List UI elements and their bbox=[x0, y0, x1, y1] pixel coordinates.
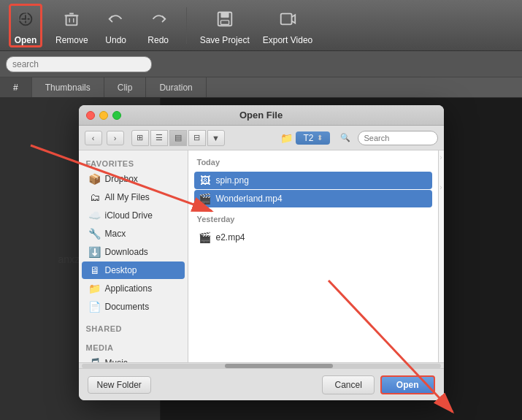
list-view-button[interactable]: ☰ bbox=[150, 130, 168, 146]
spin-png-name: spin.png bbox=[216, 175, 249, 186]
dialog-scrollbar[interactable] bbox=[79, 362, 444, 368]
favorites-label: Favorites bbox=[79, 156, 188, 169]
svg-rect-10 bbox=[220, 12, 229, 17]
svg-rect-11 bbox=[220, 20, 229, 24]
cover-view-button[interactable]: ⊟ bbox=[188, 130, 206, 146]
sidebar-item-music[interactable]: 🎵 Music bbox=[82, 354, 185, 362]
sidebar-item-desktop-label: Desktop bbox=[105, 265, 137, 275]
sidebar-item-icloud[interactable]: ☁️ iCloud Drive bbox=[82, 207, 185, 224]
desktop-icon: 🖥 bbox=[89, 264, 101, 276]
shared-label: Shared bbox=[79, 321, 188, 335]
media-label: Media bbox=[79, 340, 188, 354]
undo-button[interactable]: Undo bbox=[101, 6, 131, 45]
sidebar-item-documents-label: Documents bbox=[105, 302, 150, 312]
folder-icon: 📁 bbox=[280, 132, 293, 144]
folder-selector: 📁 T2 ⬍ bbox=[280, 131, 329, 145]
wonderland-mp4-name: Wonderland.mp4 bbox=[216, 194, 283, 204]
open-icon bbox=[16, 9, 35, 28]
sidebar-item-desktop[interactable]: 🖥 Desktop bbox=[82, 261, 185, 279]
footer-right: Cancel Open bbox=[322, 375, 434, 394]
sidebar-item-macx[interactable]: 🔧 Macx bbox=[82, 225, 185, 243]
close-button[interactable] bbox=[86, 111, 95, 120]
view-buttons: ⊞ ☰ ▤ ⊟ ▼ bbox=[131, 130, 225, 146]
more-view-button[interactable]: ▼ bbox=[207, 130, 225, 146]
redo-button[interactable]: Redo bbox=[144, 6, 173, 45]
documents-icon: 📄 bbox=[89, 301, 101, 313]
sidebar-item-dropbox-label: Dropbox bbox=[105, 174, 138, 184]
e2-mp4-icon: 🎬 bbox=[199, 231, 212, 244]
sidebar-item-documents[interactable]: 📄 Documents bbox=[82, 298, 185, 316]
dialog-footer: New Folder Cancel Open bbox=[79, 368, 444, 400]
export-video-button[interactable]: Export Video bbox=[263, 6, 313, 45]
scrollbar-thumb bbox=[225, 364, 333, 368]
tab-duration-label: Duration bbox=[159, 83, 192, 93]
tab-clip[interactable]: Clip bbox=[104, 77, 147, 97]
dialog-open-button[interactable]: Open bbox=[380, 375, 435, 394]
cancel-button[interactable]: Cancel bbox=[322, 375, 374, 394]
column-view-button[interactable]: ▤ bbox=[169, 130, 187, 146]
tab-thumbnails[interactable]: Thumbnails bbox=[32, 77, 104, 97]
sidebar-item-all-my-files[interactable]: 🗂 All My Files bbox=[82, 188, 185, 206]
toolbar-divider bbox=[186, 7, 187, 44]
maximize-button[interactable] bbox=[112, 111, 121, 120]
expand-icon-2: › bbox=[440, 183, 442, 191]
redo-icon bbox=[149, 9, 168, 28]
remove-label: Remove bbox=[55, 35, 88, 45]
search-area bbox=[0, 51, 522, 77]
search-input[interactable] bbox=[6, 56, 152, 72]
yesterday-section: Yesterday 🎬 e2.mp4 bbox=[194, 213, 432, 246]
sidebar-item-downloads-label: Downloads bbox=[105, 247, 148, 257]
macx-icon: 🔧 bbox=[89, 228, 101, 240]
today-section-label: Today bbox=[194, 156, 432, 171]
file-item-e2-mp4[interactable]: 🎬 e2.mp4 bbox=[194, 229, 432, 246]
redo-label: Redo bbox=[147, 35, 169, 45]
wonderland-mp4-icon: 🎬 bbox=[199, 192, 212, 205]
traffic-lights bbox=[86, 111, 121, 120]
undo-label: Undo bbox=[105, 35, 126, 45]
sidebar-item-applications[interactable]: 📁 Applications bbox=[82, 280, 185, 297]
yesterday-label: Yesterday bbox=[194, 213, 432, 228]
dialog-body: Favorites 📦 Dropbox 🗂 All My Files ☁️ iC… bbox=[79, 150, 444, 362]
sidebar-item-dropbox[interactable]: 📦 Dropbox bbox=[82, 170, 185, 188]
folder-name: T2 bbox=[303, 133, 313, 143]
folder-arrow-icon: ⬍ bbox=[317, 134, 323, 142]
sidebar-item-macx-label: Macx bbox=[105, 229, 126, 239]
tab-number[interactable]: # bbox=[0, 77, 32, 97]
tab-duration[interactable]: Duration bbox=[146, 77, 206, 97]
dialog-toolbar: ‹ › ⊞ ☰ ▤ ⊟ ▼ 📁 T2 ⬍ 🔍 bbox=[79, 126, 444, 150]
applications-icon: 📁 bbox=[89, 283, 101, 294]
forward-button[interactable]: › bbox=[107, 131, 124, 145]
save-project-button[interactable]: Save Project bbox=[200, 6, 250, 45]
minimize-button[interactable] bbox=[99, 111, 108, 120]
save-project-icon bbox=[215, 9, 234, 28]
sidebar-item-downloads[interactable]: ⬇️ Downloads bbox=[82, 243, 185, 261]
tab-thumbnails-label: Thumbnails bbox=[45, 83, 91, 93]
dialog-search-input[interactable] bbox=[358, 131, 438, 145]
icloud-icon: ☁️ bbox=[89, 210, 101, 221]
main-content: anxz.com Open File ‹ › ⊞ ☰ bbox=[0, 98, 522, 420]
svg-rect-12 bbox=[281, 13, 292, 24]
remove-icon bbox=[62, 9, 81, 28]
file-item-wonderland-mp4[interactable]: 🎬 Wonderland.mp4 bbox=[194, 190, 432, 207]
sidebar-item-icloud-label: iCloud Drive bbox=[105, 210, 153, 221]
dialog-overlay: Open File ‹ › ⊞ ☰ ▤ ⊟ ▼ 📁 T2 ⬍ bbox=[0, 98, 522, 420]
expand-icon-1: › bbox=[440, 153, 442, 161]
music-icon: 🎵 bbox=[89, 357, 101, 362]
open-file-dialog: Open File ‹ › ⊞ ☰ ▤ ⊟ ▼ 📁 T2 ⬍ bbox=[79, 105, 444, 400]
scrollbar-track bbox=[82, 364, 441, 368]
tab-clip-label: Clip bbox=[118, 83, 133, 93]
new-folder-button[interactable]: New Folder bbox=[88, 376, 151, 394]
save-project-label: Save Project bbox=[200, 35, 250, 45]
open-button[interactable]: Open bbox=[9, 4, 42, 47]
file-item-spin-png[interactable]: 🖼 spin.png bbox=[194, 172, 432, 189]
dropbox-icon: 📦 bbox=[89, 173, 101, 185]
dialog-title: Open File bbox=[239, 110, 283, 121]
sidebar-item-all-my-files-label: All My Files bbox=[105, 192, 150, 202]
export-video-icon bbox=[278, 9, 297, 28]
back-button[interactable]: ‹ bbox=[85, 131, 102, 145]
remove-button[interactable]: Remove bbox=[55, 6, 88, 45]
search-glass-icon: 🔍 bbox=[340, 133, 350, 142]
icon-view-button[interactable]: ⊞ bbox=[131, 130, 149, 146]
folder-label-btn[interactable]: T2 ⬍ bbox=[296, 131, 329, 145]
column-panel-right: › › bbox=[438, 150, 444, 362]
